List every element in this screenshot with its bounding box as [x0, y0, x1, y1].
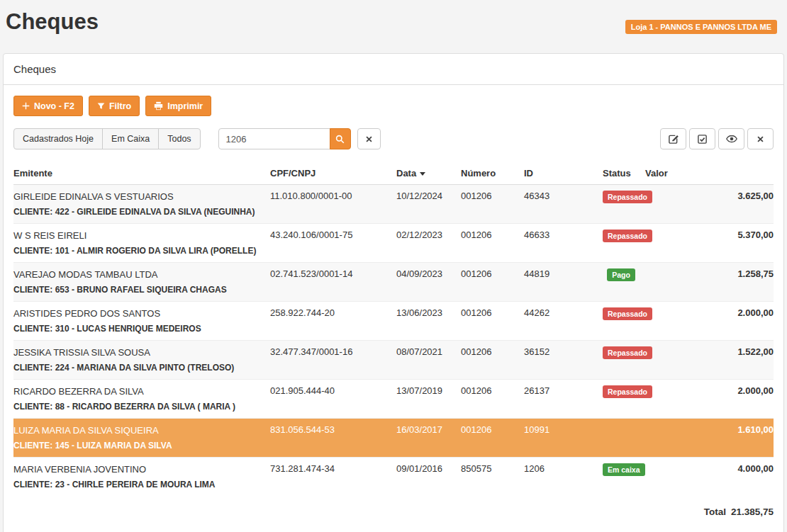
cell-id: 10991	[524, 419, 603, 458]
table-row[interactable]: RICARDO BEZERRA DA SILVACLIENTE: 88 - RI…	[13, 380, 774, 419]
cell-cpf-cnpj: 731.281.474-34	[270, 458, 396, 497]
filter-icon	[97, 102, 105, 110]
table-row[interactable]: GIRLEIDE EDINALVA S VESTUARIOSCLIENTE: 4…	[13, 185, 774, 224]
new-button-label: Novo - F2	[34, 101, 74, 111]
cell-status: Repassado	[603, 224, 645, 263]
cell-data: 10/12/2024	[396, 185, 461, 224]
table-row[interactable]: VAREJAO MODAS TAMBAU LTDACLIENTE: 653 - …	[13, 263, 774, 302]
cell-valor: 5.370,00	[645, 224, 774, 263]
page-header: Cheques Loja 1 - PANNOS E PANNOS LTDA ME	[0, 0, 787, 53]
cell-valor: 1.610,00	[645, 419, 774, 458]
cell-emitente: ARISTIDES PEDRO DOS SANTOSCLIENTE: 310 -…	[13, 302, 270, 341]
cliente-name: CLIENTE: 310 - LUCAS HENRIQUE MEDEIROS	[13, 323, 264, 334]
emitente-name: RICARDO BEZERRA DA SILVA	[13, 385, 264, 398]
col-header-valor[interactable]: Valor	[645, 162, 774, 185]
col-header-data[interactable]: Data	[396, 162, 461, 185]
cell-cpf-cnpj: 43.240.106/0001-75	[270, 224, 396, 263]
check-square-button[interactable]	[689, 128, 715, 149]
table-row[interactable]: MARIA VERBENIA JOVENTINOCLIENTE: 23 - CH…	[13, 458, 774, 497]
remove-button[interactable]	[747, 128, 774, 149]
cell-cpf-cnpj: 32.477.347/0001-16	[270, 341, 396, 380]
col-header-id[interactable]: ID	[524, 162, 603, 185]
filter-button[interactable]: Filtro	[89, 96, 140, 116]
cell-id: 26137	[524, 380, 603, 419]
cell-data: 08/07/2021	[396, 341, 461, 380]
col-header-emitente[interactable]: Emitente	[13, 162, 270, 185]
eye-icon	[726, 133, 737, 145]
emitente-name: LUIZA MARIA DA SILVA SIQUEIRA	[13, 424, 264, 437]
col-header-numero[interactable]: Número	[461, 162, 524, 185]
search-input[interactable]	[218, 128, 330, 149]
edit-button[interactable]	[660, 128, 686, 149]
table-row[interactable]: LUIZA MARIA DA SILVA SIQUEIRACLIENTE: 14…	[13, 419, 774, 458]
status-badge: Pago	[607, 268, 635, 281]
table-row[interactable]: ARISTIDES PEDRO DOS SANTOSCLIENTE: 310 -…	[13, 302, 774, 341]
cell-valor: 1.258,75	[645, 263, 774, 302]
cliente-name: CLIENTE: 224 - MARIANA DA SILVA PINTO (T…	[13, 362, 264, 373]
cell-data: 09/01/2016	[396, 458, 461, 497]
cell-status: Repassado	[603, 302, 645, 341]
total-value: 21.385,75	[731, 506, 774, 517]
check-square-icon	[697, 134, 708, 145]
col-header-cpf-cnpj[interactable]: CPF/CNPJ	[270, 162, 396, 185]
filter-tab-todos[interactable]: Todos	[158, 128, 200, 149]
cell-cpf-cnpj: 02.741.523/0001-14	[270, 263, 396, 302]
cell-id: 46633	[524, 224, 603, 263]
cell-cpf-cnpj: 831.056.544-53	[270, 419, 396, 458]
cell-data: 04/09/2023	[396, 263, 461, 302]
filter-tab-cadastrados-hoje[interactable]: Cadastrados Hoje	[13, 128, 103, 149]
view-button[interactable]	[718, 128, 744, 149]
cell-emitente: RICARDO BEZERRA DA SILVACLIENTE: 88 - RI…	[13, 380, 270, 419]
filter-row: Cadastrados Hoje Em Caixa Todos	[13, 128, 774, 149]
cell-data: 02/12/2023	[396, 224, 461, 263]
page-title: Cheques	[6, 9, 99, 35]
cliente-name: CLIENTE: 101 - ALMIR ROGERIO DA SILVA LI…	[13, 245, 264, 256]
cell-numero: 001206	[461, 380, 524, 419]
table-row[interactable]: W S REIS EIRELICLIENTE: 101 - ALMIR ROGE…	[13, 224, 774, 263]
cell-emitente: VAREJAO MODAS TAMBAU LTDACLIENTE: 653 - …	[13, 263, 270, 302]
panel-body: Novo - F2 Filtro	[4, 85, 783, 532]
cell-valor: 1.522,00	[645, 341, 774, 380]
status-badge: Em caixa	[603, 463, 645, 476]
cell-id: 1206	[524, 458, 603, 497]
cliente-name: CLIENTE: 145 - LUIZA MARIA DA SILVA	[13, 440, 264, 451]
cliente-name: CLIENTE: 88 - RICARDO BEZERRA DA SILVA (…	[13, 401, 264, 412]
cell-numero: 850575	[461, 458, 524, 497]
cell-cpf-cnpj: 11.010.800/0001-00	[270, 185, 396, 224]
cell-valor: 2.000,00	[645, 380, 774, 419]
emitente-name: W S REIS EIRELI	[13, 230, 264, 242]
cell-emitente: GIRLEIDE EDINALVA S VESTUARIOSCLIENTE: 4…	[13, 185, 270, 224]
page: Cheques Loja 1 - PANNOS E PANNOS LTDA ME…	[0, 0, 787, 532]
cheques-table: Emitente CPF/CNPJ Data Número ID Status …	[13, 162, 774, 496]
row-action-buttons	[660, 128, 774, 149]
emitente-name: JESSIKA TRISSIA SILVA SOUSA	[13, 346, 264, 359]
table-header: Emitente CPF/CNPJ Data Número ID Status …	[13, 162, 774, 185]
cell-emitente: JESSIKA TRISSIA SILVA SOUSACLIENTE: 224 …	[13, 341, 270, 380]
cell-numero: 001206	[461, 419, 524, 458]
status-badge: Repassado	[603, 191, 652, 203]
col-header-status[interactable]: Status	[603, 162, 645, 185]
cell-id: 44819	[524, 263, 603, 302]
emitente-name: ARISTIDES PEDRO DOS SANTOS	[13, 307, 264, 320]
new-button[interactable]: Novo - F2	[13, 96, 83, 116]
status-badge: Repassado	[603, 230, 652, 242]
cell-data: 13/06/2023	[396, 302, 461, 341]
emitente-name: VAREJAO MODAS TAMBAU LTDA	[13, 268, 264, 281]
cell-id: 44262	[524, 302, 603, 341]
cell-id: 36152	[524, 341, 603, 380]
sort-desc-icon	[420, 172, 425, 176]
clear-search-button[interactable]	[357, 128, 381, 149]
cell-cpf-cnpj: 258.922.744-20	[270, 302, 396, 341]
cell-valor: 3.625,00	[645, 185, 774, 224]
cell-emitente: LUIZA MARIA DA SILVA SIQUEIRACLIENTE: 14…	[13, 419, 270, 458]
cell-status: Em caixa	[603, 458, 645, 497]
printer-icon	[154, 101, 163, 111]
filter-tabs: Cadastrados Hoje Em Caixa Todos	[13, 128, 201, 149]
status-badge: Repassado	[603, 346, 652, 359]
search-button[interactable]	[330, 128, 351, 149]
print-button[interactable]: Imprimir	[145, 96, 211, 116]
table-row[interactable]: JESSIKA TRISSIA SILVA SOUSACLIENTE: 224 …	[13, 341, 774, 380]
cell-status: Repassado	[603, 380, 645, 419]
filter-tab-em-caixa[interactable]: Em Caixa	[102, 128, 159, 149]
cell-numero: 001206	[461, 302, 524, 341]
